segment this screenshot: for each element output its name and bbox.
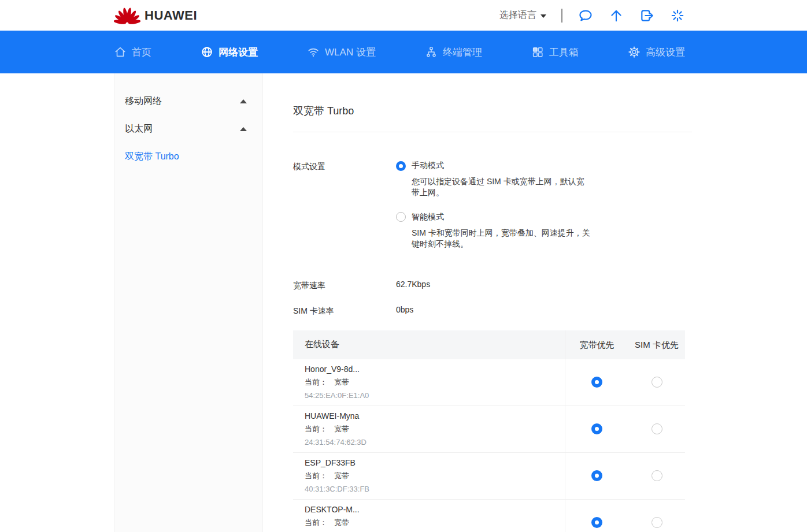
huawei-flower-icon: [114, 5, 140, 26]
device-name: ESP_DF33FB: [305, 458, 565, 467]
smart-mode-radio-row[interactable]: 智能模式: [396, 212, 592, 222]
radio-button[interactable]: [396, 212, 406, 222]
mode-setting-row: 模式设置 手动模式 您可以指定设备通过 SIM 卡或宽带上网，默认宽带上网。: [293, 161, 807, 263]
chat-icon[interactable]: [578, 8, 593, 23]
nav-item-advanced-settings[interactable]: 高级设置: [628, 46, 685, 59]
sim-priority-radio[interactable]: [651, 517, 662, 528]
nav-label: 终端管理: [443, 46, 482, 59]
upload-arrow-icon[interactable]: [608, 8, 624, 23]
device-current-link: 当前：宽带: [305, 377, 565, 388]
device-info: HUAWEI-Myna 当前：宽带 24:31:54:74:62:3D: [293, 411, 565, 447]
sidebar-item-label: 移动网络: [125, 95, 162, 107]
nav-item-network-settings[interactable]: 网络设置: [201, 46, 258, 59]
radio-label: 智能模式: [412, 212, 444, 222]
home-icon: [114, 46, 127, 58]
device-mac-address: 24:31:54:74:62:3D: [305, 438, 565, 447]
sidebar-item-mobile-network[interactable]: 移动网络: [114, 87, 262, 115]
sim-priority-radio[interactable]: [651, 377, 662, 388]
huawei-logo: HUAWEI: [114, 5, 197, 26]
device-info: Honor_V9-8d... 当前：宽带 54:25:EA:0F:E1:A0: [293, 364, 565, 400]
device-current-link: 当前：宽带: [305, 424, 565, 434]
settings-form: 模式设置 手动模式 您可以指定设备通过 SIM 卡或宽带上网，默认宽带上网。: [293, 161, 807, 317]
page-title: 双宽带 Turbo: [293, 104, 807, 118]
gear-icon: [628, 46, 641, 58]
wifi-icon: [307, 46, 320, 58]
table-header: 在线设备 宽带优先 SIM 卡优先: [293, 330, 685, 359]
broadband-priority-radio[interactable]: [591, 423, 602, 434]
device-info: DESKTOP-M... 当前：宽带 8C:2D:AA:46:3F:E3: [293, 505, 565, 532]
sim-rate-label: SIM 卡速率: [293, 305, 396, 317]
sim-priority-radio[interactable]: [651, 470, 662, 481]
smart-mode-description: SIM 卡和宽带同时上网，宽带叠加、网速提升，关键时刻不掉线。: [412, 228, 592, 250]
broadband-rate-row: 宽带速率 62.7Kbps: [293, 280, 807, 291]
top-bar: HUAWEI 选择语言: [0, 0, 807, 31]
chevron-down-icon: [541, 14, 546, 18]
logout-icon[interactable]: [639, 8, 654, 23]
table-row: HUAWEI-Myna 当前：宽带 24:31:54:74:62:3D: [293, 406, 685, 453]
device-current-link: 当前：宽带: [305, 518, 565, 528]
broadband-rate-label: 宽带速率: [293, 280, 396, 291]
device-mac-address: 40:31:3C:DF:33:FB: [305, 485, 565, 493]
language-selector[interactable]: 选择语言: [499, 9, 546, 21]
nav-label: 高级设置: [646, 46, 685, 59]
sim-rate-row: SIM 卡速率 0bps: [293, 305, 807, 317]
device-name: Honor_V9-8d...: [305, 364, 565, 374]
main-nav-items: 首页 网络设置 WLAN 设置 终端管理: [114, 46, 685, 59]
left-gutter: [0, 73, 114, 532]
main-panel: 双宽带 Turbo 模式设置 手动模式 您可以指定设备通过 SIM 卡或宽带上网…: [263, 73, 807, 532]
huawei-router-admin-page: HUAWEI 选择语言: [0, 0, 807, 532]
nav-label: 首页: [132, 46, 151, 59]
sidebar-item-dual-broadband-turbo[interactable]: 双宽带 Turbo: [114, 143, 262, 170]
online-devices-table: 在线设备 宽带优先 SIM 卡优先 Honor_V9-8d... 当前：宽带 5…: [293, 330, 685, 532]
title-divider: [293, 132, 692, 132]
table-row: DESKTOP-M... 当前：宽带 8C:2D:AA:46:3F:E3: [293, 500, 685, 532]
sidebar-item-label: 双宽带 Turbo: [125, 151, 179, 163]
column-header-online-devices: 在线设备: [293, 339, 565, 350]
radio-label: 手动模式: [412, 161, 444, 171]
nav-label: WLAN 设置: [325, 46, 376, 59]
device-name: HUAWEI-Myna: [305, 411, 565, 421]
topbar-divider: [561, 9, 562, 23]
manual-mode-radio-row[interactable]: 手动模式: [396, 161, 592, 171]
nav-label: 工具箱: [549, 46, 579, 59]
table-row: Honor_V9-8d... 当前：宽带 54:25:EA:0F:E1:A0: [293, 359, 685, 406]
mode-options: 手动模式 您可以指定设备通过 SIM 卡或宽带上网，默认宽带上网。 智能模式 S…: [396, 161, 592, 263]
radio-button[interactable]: [396, 161, 406, 171]
sim-priority-radio[interactable]: [651, 423, 662, 434]
manual-mode-description: 您可以指定设备通过 SIM 卡或宽带上网，默认宽带上网。: [412, 176, 592, 198]
collapse-arrow-icon[interactable]: [240, 127, 247, 131]
sidebar-item-label: 以太网: [125, 123, 153, 135]
content-area: 移动网络 以太网 双宽带 Turbo 双宽带 Turbo 模式设置: [0, 73, 807, 532]
broadband-priority-radio[interactable]: [591, 470, 602, 481]
mode-option-manual: 手动模式 您可以指定设备通过 SIM 卡或宽带上网，默认宽带上网。: [396, 161, 592, 198]
sidebar-item-ethernet[interactable]: 以太网: [114, 115, 262, 143]
sidebar: 移动网络 以太网 双宽带 Turbo: [114, 73, 263, 532]
broadband-priority-radio[interactable]: [591, 377, 602, 388]
nav-item-toolbox[interactable]: 工具箱: [531, 46, 579, 59]
mode-setting-label: 模式设置: [293, 161, 396, 263]
globe-icon: [201, 46, 213, 58]
main-nav: 首页 网络设置 WLAN 设置 终端管理: [0, 31, 807, 73]
device-info: ESP_DF33FB 当前：宽带 40:31:3C:DF:33:FB: [293, 458, 565, 493]
devices-tree-icon: [425, 46, 438, 58]
top-right-controls: 选择语言: [499, 8, 685, 23]
collapse-arrow-icon[interactable]: [240, 99, 247, 103]
mode-option-smart: 智能模式 SIM 卡和宽带同时上网，宽带叠加、网速提升，关键时刻不掉线。: [396, 212, 592, 250]
loading-spinner-icon[interactable]: [669, 8, 685, 23]
language-label: 选择语言: [499, 9, 536, 21]
device-name: DESKTOP-M...: [305, 505, 565, 514]
brand-name: HUAWEI: [145, 8, 197, 23]
nav-item-device-management[interactable]: 终端管理: [425, 46, 482, 59]
broadband-priority-radio[interactable]: [591, 517, 602, 528]
column-header-broadband-priority: 宽带优先: [565, 330, 628, 359]
nav-item-home[interactable]: 首页: [114, 46, 151, 59]
grid-icon: [531, 46, 544, 58]
nav-label: 网络设置: [219, 46, 258, 59]
table-row: ESP_DF33FB 当前：宽带 40:31:3C:DF:33:FB: [293, 453, 685, 500]
column-header-sim-priority: SIM 卡优先: [628, 340, 685, 349]
broadband-rate-value: 62.7Kbps: [396, 280, 430, 291]
device-mac-address: 54:25:EA:0F:E1:A0: [305, 391, 565, 400]
device-current-link: 当前：宽带: [305, 471, 565, 481]
sim-rate-value: 0bps: [396, 305, 413, 317]
nav-item-wlan-settings[interactable]: WLAN 设置: [307, 46, 376, 59]
